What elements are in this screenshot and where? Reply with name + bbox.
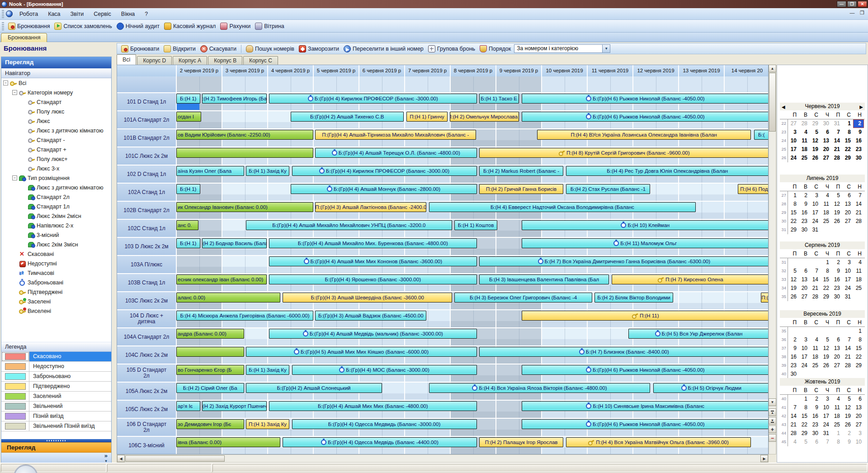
tree-item-Люкс[interactable]: Люкс (1, 116, 111, 126)
tree-item-Тип-розміщення[interactable]: −Тип розміщення (1, 173, 111, 183)
booking-bar[interactable]: П:(Н 4) ВУся Україна Лозинська Олександр… (537, 130, 751, 140)
calendar-day-6[interactable]: 6 (810, 438, 821, 446)
order-combobox-dropdown-button[interactable]: ▼ (603, 44, 610, 53)
booking-bar[interactable]: Б:(Гр)(Н 4) Апшай Михайло Михайлович УНП… (246, 220, 453, 230)
calendar-day-21[interactable]: 21 (853, 208, 864, 217)
tree-item-Люкс-з-дитячою-кімнатою[interactable]: Люкс з дитячою кімнатою (1, 183, 111, 192)
calendar-day-28[interactable]: 28 (810, 293, 821, 301)
grid-toolbar-button-open[interactable]: Відкрити (161, 44, 198, 53)
booking-bar[interactable]: Б:(Н 4) Міскюра Анжела Григорівна (Балан… (176, 311, 313, 321)
calendar-day-2[interactable]: 2 (810, 395, 821, 403)
calendar-day-22[interactable]: 22 (821, 284, 831, 293)
close-button[interactable]: ✕ (858, 1, 867, 7)
booking-bar[interactable]: Б:(Н 10) Клейман (522, 220, 769, 230)
booking-bar[interactable]: Б:(Гр)(Н 6) Рыжков Николай (Баланс -4050… (522, 112, 769, 122)
calendar-day-31[interactable]: 31 (842, 293, 853, 301)
calendar-day-11[interactable]: 11 (853, 267, 864, 275)
calendar-day-17[interactable]: 17 (788, 145, 799, 154)
booking-bar[interactable]: Б:(Н 2) Захід Курорт Пшеничні (202, 401, 267, 411)
tree-item-Заброньовані[interactable]: Заброньовані (1, 278, 111, 287)
grid-cell[interactable] (404, 76, 450, 92)
booking-bar[interactable]: П:(Н 11) (522, 311, 769, 321)
grid-cell[interactable] (450, 310, 495, 327)
booking-bar[interactable]: Б:(Н 2) Біляк Віктор Володими (594, 293, 673, 303)
booking-bar[interactable]: андра (Баланс 0.00) (176, 329, 244, 339)
booking-bar[interactable]: Б:(Гр)(Н 3) Апшай Вадзюк (Баланс -4500.0… (315, 311, 426, 321)
booking-bar[interactable]: Б:(Гр)(Н 6) Рыжков Николай (Баланс -4050… (522, 94, 769, 104)
booking-bar[interactable]: Б:(Н 4) Вся Україна Ялоза Вікторія (Бала… (429, 383, 651, 393)
grid-toolbar-button-order[interactable]: Порядок (477, 44, 513, 53)
calendar-day-31[interactable]: 31 (810, 226, 821, 234)
booking-bar[interactable]: Б:(Гр)(Н 4) Ярошенко (Баланс -3000.00) (269, 274, 477, 284)
calendar-day-19[interactable]: 19 (842, 412, 853, 421)
calendar-day-20[interactable]: 20 (853, 412, 864, 421)
calendar-day-12[interactable]: 12 (831, 200, 842, 208)
vscroll-thumb[interactable] (769, 73, 776, 132)
toolbar-button-audit[interactable]: Нічний аудит (114, 22, 162, 31)
calendar-day-22[interactable]: 22 (799, 421, 810, 429)
grid-cell[interactable] (587, 328, 632, 345)
booking-bar[interactable]: П:(Н 2) Гричай Ганна Борисів (479, 184, 564, 194)
calendar-day-9[interactable]: 9 (853, 128, 864, 137)
calendar-day-24[interactable]: 24 (799, 361, 810, 370)
booking-bar[interactable]: Б:(Н 1) (176, 238, 200, 248)
scroll-top-button[interactable]: ▲ (769, 408, 776, 416)
tree-expander[interactable]: − (3, 80, 8, 85)
grid-toolbar-button-search[interactable]: Пошук номерів (244, 44, 297, 53)
booking-bar[interactable]: Б:(Н 10) Синявське Ірина Максимівна (Бал… (522, 401, 769, 411)
booking-bar[interactable]: во Гончаренко Єгор (Б (176, 365, 244, 375)
calendar-day-30[interactable]: 30 (810, 429, 821, 438)
calendar-day-18[interactable]: 18 (810, 353, 821, 361)
calendar-day-5[interactable]: 5 (799, 438, 810, 446)
calendar-day-28[interactable]: 28 (842, 361, 853, 370)
booking-bar[interactable]: Б:(Н 7) Близнюк (Баланс -8400.00) (479, 347, 769, 357)
calendar-day-14[interactable]: 14 (842, 344, 853, 353)
grid-cell[interactable] (587, 76, 632, 92)
legend-item-Звільнений[interactable]: Звільнений (1, 402, 111, 412)
calendar-day-17[interactable]: 17 (821, 412, 831, 421)
calendar-day-24[interactable]: 24 (810, 217, 821, 226)
calendar-day-6[interactable]: 6 (853, 395, 864, 403)
grid-cell[interactable] (541, 328, 587, 345)
zoom-in-button[interactable]: + (769, 426, 776, 433)
booking-bar[interactable]: Б:(Н 4) Рес Тур Довга Юлія Олександрівна… (566, 166, 769, 176)
booking-bar[interactable]: Б:(Н 2) Тимофеев Игорь (Бал (202, 94, 267, 104)
booking-bar[interactable]: П:(Н 1) Захід Ку (246, 419, 290, 429)
booking-bar[interactable]: Б:(Гр)(Н 5) Апшай Мих Мих Кіяшко (Баланс… (246, 347, 477, 357)
booking-bar[interactable]: Б:(Н 1) Захід Ку (246, 365, 290, 375)
scroll-down-button[interactable]: ▼ (769, 398, 776, 406)
calendar-day-11[interactable]: 11 (831, 403, 842, 412)
calendar-day-24[interactable]: 24 (788, 154, 799, 162)
tab-bookings[interactable]: Бронювання (1, 33, 47, 42)
panel-splitter[interactable] (1, 439, 111, 442)
calendar-day-4[interactable]: 4 (853, 258, 864, 267)
calendar-day-22[interactable]: 22 (842, 145, 853, 154)
toolbar-button-booking[interactable]: Бронювання (6, 22, 52, 31)
grid-toolbar-button-book[interactable]: Бронювати (119, 44, 161, 53)
calendar-day-9[interactable]: 9 (842, 438, 853, 446)
calendar-day-21[interactable]: 21 (810, 284, 821, 293)
minimize-button[interactable]: — (837, 1, 846, 7)
booking-bar[interactable]: Б:(Гр)(Н 6) Рыжков Николай (Баланс -4050… (522, 419, 769, 429)
grid-cell[interactable] (267, 76, 313, 92)
building-tab-Корпус-D[interactable]: Корпус D (137, 56, 172, 65)
calendar-day-26[interactable]: 26 (788, 293, 799, 301)
calendar-day-9[interactable]: 9 (831, 267, 842, 275)
calendar-day-14[interactable]: 14 (788, 412, 799, 421)
booking-bar[interactable]: Б:(Н 3) Березюк Олег Григорович (Баланс … (454, 293, 592, 303)
calendar-day-1[interactable]: 1 (788, 191, 799, 200)
grid-cell[interactable] (724, 76, 769, 92)
calendar-day-11[interactable]: 11 (810, 344, 821, 353)
building-tab-Корпус-C[interactable]: Корпус C (243, 56, 278, 65)
tree-item-Підтверджені[interactable]: Підтверджені (1, 287, 111, 297)
calendar-day-28[interactable]: 28 (788, 429, 799, 438)
calendar-day-16[interactable]: 16 (810, 412, 821, 421)
grid-cell[interactable] (222, 111, 267, 128)
calendar-day-23[interactable]: 23 (799, 217, 810, 226)
booking-bar[interactable]: П:(Н 8) Крутій Сергій Григорович (Баланс… (479, 148, 769, 158)
calendar-day-29[interactable]: 29 (821, 293, 831, 301)
calendar-day-29[interactable]: 29 (842, 154, 853, 162)
calendar-day-26[interactable]: 26 (831, 217, 842, 226)
menu-item-Робота[interactable]: Робота (14, 9, 43, 19)
calendar-day-12[interactable]: 12 (810, 137, 821, 145)
